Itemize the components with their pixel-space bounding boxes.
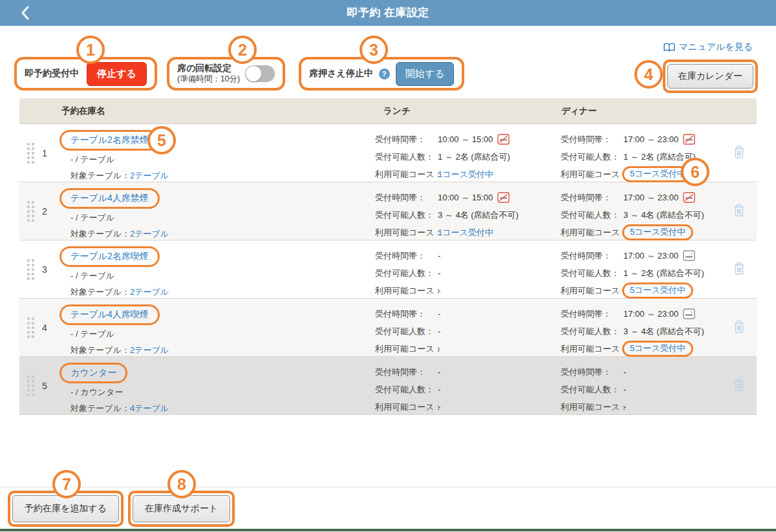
inventory-calendar-button[interactable]: 在庫カレンダー bbox=[667, 64, 753, 89]
target-tables-link[interactable]: 2テーブル bbox=[130, 229, 169, 239]
time-label: 受付時間帯： bbox=[375, 308, 438, 320]
no-smoking-icon bbox=[683, 192, 695, 203]
dinner-time-value: 17:00 ～ 23:00 bbox=[623, 250, 678, 262]
lunch-people-value: - bbox=[438, 385, 440, 394]
course-label: 利用可能コース： bbox=[375, 227, 438, 239]
dinner-cell: 受付時間帯：17:00 ～ 23:00 受付可能人数：1 ～ 2名 (席結合不可… bbox=[561, 247, 704, 299]
inventory-name-link[interactable]: テーブル4人席喫煙 bbox=[70, 309, 149, 319]
target-tables-label: 対象テーブル： bbox=[70, 345, 130, 355]
target-tables-link[interactable]: 2テーブル bbox=[130, 287, 169, 297]
people-label: 受付可能人数： bbox=[375, 151, 438, 163]
target-tables-link[interactable]: 2テーブル bbox=[130, 171, 169, 180]
delete-button[interactable] bbox=[732, 261, 746, 279]
row-number: 1 bbox=[38, 148, 52, 158]
inventory-support-button[interactable]: 在庫作成サポート bbox=[133, 495, 230, 522]
delete-button[interactable] bbox=[732, 202, 746, 220]
table-header-row: 予約在庫名 ランチ ディナー bbox=[19, 98, 757, 124]
lunch-cell: 受付時間帯：10:00 ～ 15:00 受付可能人数：1 ～ 2名 (席結合可)… bbox=[375, 131, 510, 183]
seat-hold-status-label: 席押さえ停止中 bbox=[309, 68, 373, 80]
inventory-name-block: カウンター - / カウンター 対象テーブル：4テーブル bbox=[59, 363, 169, 414]
row-number: 2 bbox=[38, 206, 52, 217]
trash-icon bbox=[733, 262, 745, 275]
row-number: 3 bbox=[38, 264, 52, 275]
drag-handle[interactable] bbox=[27, 259, 34, 280]
dinner-people-value: 3 ～ 4名 (席結合不可) bbox=[623, 326, 704, 337]
dinner-course-link[interactable]: 5コース受付中 bbox=[630, 227, 685, 237]
dinner-cell: 受付時間帯：17:00 ～ 23:00 受付可能人数：3 ～ 4名 (席結合不可… bbox=[561, 305, 704, 357]
people-label: 受付可能人数： bbox=[561, 209, 623, 221]
smoking-icon bbox=[683, 250, 695, 261]
dinner-course-link[interactable]: 5コース受付中 bbox=[630, 169, 685, 178]
course-label: 利用可能コース bbox=[561, 169, 623, 180]
start-button[interactable]: 開始する bbox=[396, 62, 455, 86]
inventory-name-link[interactable]: テーブル2名席禁煙 bbox=[70, 134, 149, 145]
lunch-course-value: - bbox=[438, 344, 440, 354]
target-tables-link[interactable]: 4テーブル bbox=[130, 403, 169, 413]
inventory-name-block: テーブル4人席喫煙 - / テーブル 対象テーブル：2テーブル bbox=[59, 304, 169, 356]
annotation-badge-4: 4 bbox=[634, 60, 663, 89]
trash-icon bbox=[733, 145, 745, 159]
help-icon[interactable]: ? bbox=[379, 69, 390, 80]
inventory-type: - / カウンター bbox=[59, 387, 169, 398]
delete-button[interactable] bbox=[732, 144, 746, 162]
drag-handle[interactable] bbox=[27, 201, 34, 222]
dinner-time-value: 17:00 ～ 23:00 bbox=[623, 192, 678, 204]
time-label: 受付時間帯： bbox=[561, 250, 623, 262]
target-tables-label: 対象テーブル： bbox=[70, 229, 130, 239]
page-title: 即予約 在庫設定 bbox=[0, 0, 776, 26]
annotation-outline: テーブル2名席禁煙 bbox=[59, 130, 160, 151]
add-inventory-button[interactable]: 予約在庫を追加する bbox=[12, 495, 119, 522]
lunch-course-link[interactable]: 1コース受付中 bbox=[438, 169, 493, 180]
stop-button[interactable]: 停止する bbox=[87, 62, 147, 86]
course-label: 利用可能コース bbox=[561, 343, 623, 355]
target-tables-link[interactable]: 2テーブル bbox=[130, 345, 169, 355]
dinner-cell: 受付時間帯：- 受付可能人数：- 利用可能コース：- bbox=[561, 363, 626, 416]
inventory-name-link[interactable]: カウンター bbox=[70, 367, 116, 378]
time-label: 受付時間帯： bbox=[375, 134, 438, 145]
no-smoking-icon bbox=[683, 134, 695, 145]
column-header-lunch: ランチ bbox=[383, 98, 410, 124]
dinner-course-link[interactable]: 5コース受付中 bbox=[630, 285, 685, 295]
people-label: 受付可能人数： bbox=[561, 151, 623, 163]
lunch-course-link[interactable]: 1コース受付中 bbox=[438, 227, 493, 239]
trash-icon bbox=[733, 378, 745, 392]
inventory-type: - / テーブル bbox=[59, 154, 169, 165]
inventory-name-block: テーブル2名席喫煙 - / テーブル 対象テーブル：2テーブル bbox=[59, 246, 169, 298]
toggle-knob bbox=[246, 66, 261, 81]
dinner-course-link[interactable]: 5コース受付中 bbox=[630, 343, 685, 353]
inventory-name-link[interactable]: テーブル4人席禁煙 bbox=[70, 193, 149, 203]
seat-rotation-label: 席の回転設定 bbox=[177, 63, 240, 74]
no-smoking-icon bbox=[497, 134, 510, 145]
lunch-time-value: 10:00 ～ 15:00 bbox=[438, 192, 493, 204]
drag-handle[interactable] bbox=[27, 376, 34, 396]
footer-bar: 予約在庫を追加する 在庫作成サポート bbox=[0, 487, 776, 532]
annotation-badge-6: 6 bbox=[681, 158, 709, 186]
delete-button[interactable] bbox=[732, 377, 746, 395]
smoking-icon bbox=[683, 308, 695, 319]
dinner-cell: 受付時間帯：17:00 ～ 23:00 受付可能人数：3 ～ 4名 (席結合不可… bbox=[561, 189, 704, 241]
people-label: 受付可能人数： bbox=[375, 209, 438, 221]
course-label: 利用可能コース： bbox=[375, 169, 438, 180]
annotation-outline: テーブル4人席喫煙 bbox=[59, 304, 160, 325]
dinner-people-value: 3 ～ 4名 (席結合不可) bbox=[623, 209, 704, 221]
annotation-badge-2: 2 bbox=[228, 36, 257, 64]
drag-handle[interactable] bbox=[27, 317, 34, 338]
course-label: 利用可能コース： bbox=[375, 343, 438, 355]
instant-reservation-inventory-page: 即予約 在庫設定 1 2 3 4 即予約受付中 停止する 席の回転設定 (準備時… bbox=[0, 0, 776, 532]
drag-handle[interactable] bbox=[27, 143, 34, 164]
time-label: 受付時間帯： bbox=[561, 134, 623, 145]
delete-button[interactable] bbox=[732, 319, 746, 337]
inventory-type: - / テーブル bbox=[59, 328, 169, 340]
dinner-cell: 受付時間帯：17:00 ～ 23:00 受付可能人数：1 ～ 2名 (席結合可)… bbox=[561, 131, 696, 183]
manual-link[interactable]: マニュアルを見る bbox=[663, 41, 753, 53]
table-row: 4 テーブル4人席喫煙 - / テーブル 対象テーブル：2テーブル 受付時間帯：… bbox=[19, 299, 757, 357]
column-header-dinner: ディナー bbox=[561, 98, 597, 124]
inventory-name-block: テーブル4人席禁煙 - / テーブル 対象テーブル：2テーブル bbox=[59, 188, 169, 240]
annotation-badge-7: 7 bbox=[52, 470, 81, 498]
time-label: 受付時間帯： bbox=[375, 192, 438, 204]
inventory-name-link[interactable]: テーブル2名席喫煙 bbox=[70, 251, 149, 261]
seat-rotation-toggle[interactable] bbox=[245, 65, 275, 82]
app-bar: 即予約 在庫設定 bbox=[0, 0, 776, 26]
lunch-cell: 受付時間帯：10:00 ～ 15:00 受付可能人数：3 ～ 4名 (席結合不可… bbox=[375, 189, 519, 241]
bottom-green-bar bbox=[0, 529, 776, 531]
